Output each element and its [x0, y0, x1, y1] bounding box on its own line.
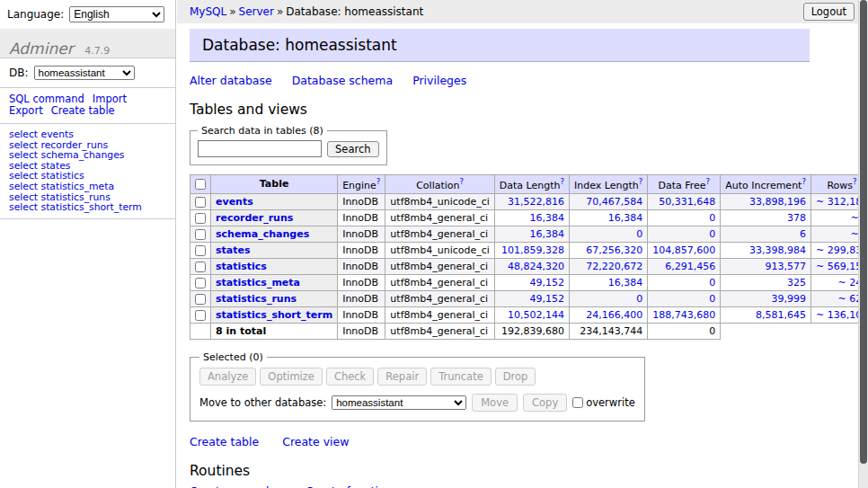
row-checkbox[interactable] — [195, 310, 206, 321]
table-name-link[interactable]: statistics — [216, 261, 267, 272]
column-help-link[interactable]: ? — [460, 177, 465, 186]
data-length-link[interactable]: 101,859,328 — [501, 244, 564, 256]
table-name-cell: schema_changes — [211, 226, 338, 242]
engine-cell: InnoDB — [338, 226, 385, 242]
data-free-link[interactable]: 6,291,456 — [665, 261, 715, 272]
data-length-link[interactable]: 49,152 — [530, 277, 565, 288]
export-link[interactable]: Export — [9, 104, 43, 117]
move-button[interactable]: Move — [472, 394, 518, 412]
database-schema-link[interactable]: Database schema — [292, 74, 393, 87]
column-help-link[interactable]: ? — [561, 177, 565, 186]
index-length-link[interactable]: 70,467,584 — [586, 196, 642, 208]
auto-increment-link[interactable]: 39,999 — [771, 293, 806, 305]
index-length-link[interactable]: 0 — [636, 228, 642, 240]
selected-action-button[interactable]: Optimize — [260, 368, 323, 386]
adminer-logo-link[interactable]: Adminer — [9, 40, 74, 58]
data-free-link[interactable]: 0 — [709, 212, 715, 224]
breadcrumb-separator: » — [229, 5, 235, 18]
data-length-link[interactable]: 48,824,320 — [508, 261, 564, 272]
create-links: Create tableCreate view — [190, 435, 810, 448]
data-free-link[interactable]: 0 — [709, 277, 715, 288]
search-button[interactable]: Search — [327, 141, 379, 157]
index-length-link[interactable]: 24,166,400 — [586, 309, 642, 321]
index-length-link[interactable]: 16,384 — [608, 212, 643, 224]
index-length-link[interactable]: 67,256,320 — [586, 244, 642, 256]
auto-increment-link[interactable]: 8,581,645 — [756, 309, 806, 321]
data-length-link[interactable]: 31,522,816 — [508, 196, 564, 208]
create-view-link[interactable]: Create view — [282, 435, 349, 448]
table-name-link[interactable]: statistics_short_term — [216, 309, 332, 321]
data-free-link[interactable]: 188,743,680 — [652, 309, 715, 321]
move-db-select[interactable]: homeassistant — [332, 395, 466, 410]
index-length-link[interactable]: 72,220,672 — [586, 261, 642, 272]
table-name-link[interactable]: statistics_runs — [216, 293, 297, 305]
row-checkbox[interactable] — [195, 294, 206, 305]
vertical-scrollbar[interactable] — [858, 0, 868, 488]
table-name-link[interactable]: recorder_runs — [216, 212, 293, 224]
table-name-link[interactable]: states — [216, 244, 251, 256]
scrollbar-thumb[interactable] — [860, 0, 867, 464]
search-input[interactable] — [198, 140, 322, 157]
create-table-link-sidebar[interactable]: Create table — [51, 104, 115, 117]
table-name-cell: statistics_runs — [211, 290, 338, 306]
table-name-cell: statistics_short_term — [211, 306, 338, 323]
privileges-link[interactable]: Privileges — [412, 74, 466, 87]
column-help-link[interactable]: ? — [706, 177, 711, 186]
index-length-link[interactable]: 0 — [636, 293, 642, 305]
sidebar-table-select-link[interactable]: select events — [9, 129, 166, 140]
engine-cell: InnoDB — [338, 193, 385, 209]
language-select[interactable]: English — [69, 6, 164, 22]
data-free-link[interactable]: 0 — [709, 228, 715, 240]
auto-increment-link[interactable]: 325 — [787, 277, 806, 288]
row-checkbox[interactable] — [195, 229, 206, 240]
column-help-link[interactable]: ? — [639, 177, 643, 186]
table-name-link[interactable]: events — [216, 196, 253, 208]
column-help-link[interactable]: ? — [802, 177, 806, 186]
import-link[interactable]: Import — [93, 93, 127, 105]
data-length-link[interactable]: 10,502,144 — [508, 309, 564, 321]
row-checkbox[interactable] — [195, 197, 206, 208]
data-length-link[interactable]: 16,384 — [530, 212, 565, 224]
selected-action-button[interactable]: Drop — [495, 368, 536, 386]
copy-button[interactable]: Copy — [523, 394, 567, 412]
index-length-link[interactable]: 16,384 — [608, 277, 643, 288]
row-checkbox[interactable] — [195, 262, 206, 272]
overwrite-label[interactable]: overwrite — [572, 396, 635, 409]
create-table-link[interactable]: Create table — [190, 435, 259, 448]
data-free-link[interactable]: 50,331,648 — [659, 196, 715, 208]
column-help-link[interactable]: ? — [853, 177, 857, 186]
auto-increment-link[interactable]: 33,898,196 — [749, 196, 806, 208]
row-checkbox[interactable] — [195, 213, 206, 224]
totals-data-length: 192,839,680 — [494, 323, 569, 339]
table-name-link[interactable]: statistics_meta — [216, 277, 300, 288]
selected-action-button[interactable]: Analyze — [199, 368, 256, 386]
db-select[interactable]: homeassistant — [34, 66, 135, 80]
data-free-link[interactable]: 104,857,600 — [652, 244, 715, 256]
data-free-link[interactable]: 0 — [709, 293, 715, 305]
logout-button[interactable]: Logout — [803, 3, 855, 21]
selected-action-button[interactable]: Repair — [377, 368, 427, 386]
sidebar-table-select-link[interactable]: select statistics_short_term — [9, 202, 166, 213]
row-checkbox[interactable] — [195, 278, 206, 288]
auto-increment-link[interactable]: 378 — [787, 212, 806, 224]
breadcrumb-current: Database: homeassistant — [286, 5, 423, 18]
column-help-link[interactable]: ? — [376, 177, 381, 186]
overwrite-checkbox[interactable] — [572, 397, 583, 408]
auto-increment-link[interactable]: 913,577 — [765, 261, 806, 272]
data-length-link[interactable]: 49,152 — [530, 293, 565, 305]
create-function-link[interactable]: Create function — [306, 484, 393, 488]
row-checkbox[interactable] — [195, 245, 206, 256]
select-all-checkbox[interactable] — [195, 179, 206, 190]
auto-increment-link[interactable]: 33,398,984 — [749, 244, 806, 256]
breadcrumb-mysql-link[interactable]: MySQL — [190, 5, 226, 18]
alter-database-link[interactable]: Alter database — [190, 74, 272, 87]
create-procedure-link[interactable]: Create procedure — [190, 484, 288, 488]
breadcrumb-server-link[interactable]: Server — [239, 5, 274, 18]
selected-action-button[interactable]: Truncate — [430, 368, 492, 386]
table-name-link[interactable]: schema_changes — [216, 228, 309, 240]
sidebar-table-select-link[interactable]: select statistics_meta — [9, 182, 166, 192]
selected-action-button[interactable]: Check — [326, 368, 374, 386]
data-length-link[interactable]: 16,384 — [530, 228, 565, 240]
sql-command-link[interactable]: SQL command — [9, 93, 84, 105]
auto-increment-link[interactable]: 6 — [800, 228, 806, 240]
